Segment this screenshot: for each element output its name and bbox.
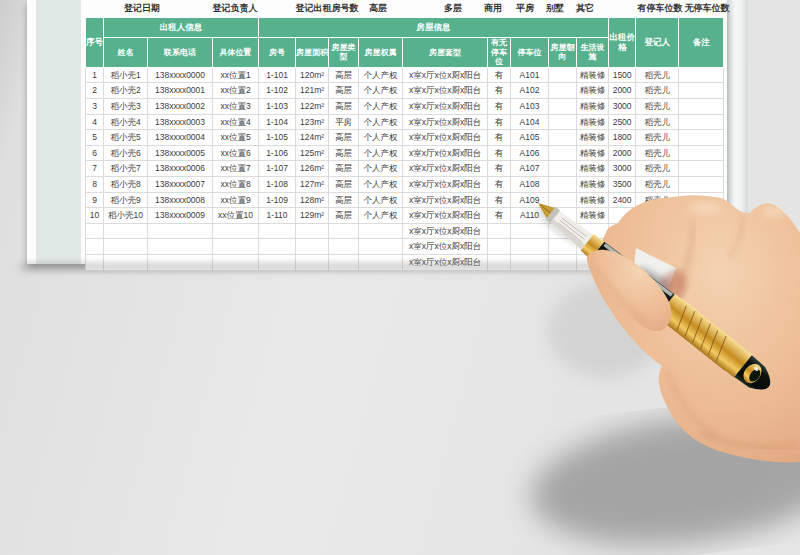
cell-registrant: 稻壳儿 xyxy=(636,161,679,177)
label-register-person: 登记负责人 xyxy=(213,2,258,15)
cell-ownership: 个人产权 xyxy=(359,114,403,130)
table-row: 6稻小壳6138xxxx0005xx位置61-106125m²高层个人产权x室x… xyxy=(86,145,724,161)
cell-area xyxy=(296,239,329,255)
cell-facilities xyxy=(577,223,609,239)
cell-price: 2500 xyxy=(609,114,636,130)
cell-notes xyxy=(679,239,724,255)
cell-has_parking: 有 xyxy=(488,145,511,161)
cell-layout: x室x厅x位x厨x阳台 xyxy=(403,67,488,83)
pen-end-ball xyxy=(747,367,763,384)
cell-name: 稻小壳8 xyxy=(104,176,148,192)
table-body: 1稻小壳1138xxxx0000xx位置11-101120m²高层个人产权x室x… xyxy=(86,67,724,270)
table-row: 9稻小壳9138xxxx0008xx位置91-109128m²高层个人产权x室x… xyxy=(86,192,724,208)
table-row: 5稻小壳5138xxxx0004xx位置51-105124m²高层个人产权x室x… xyxy=(86,130,724,146)
cell-orientation xyxy=(549,176,577,192)
cell-price xyxy=(609,239,636,255)
header-location: 具体位置 xyxy=(213,38,259,68)
cell-ownership: 个人产权 xyxy=(359,98,403,114)
cell-parking_no: A107 xyxy=(511,161,549,177)
cell-area: 123m² xyxy=(296,114,329,130)
cell-ownership: 个人产权 xyxy=(359,161,403,177)
cell-parking_no xyxy=(511,223,549,239)
table-row: x室x厅x位x厨x阳台 xyxy=(86,239,724,255)
cell-facilities: 精装修 xyxy=(577,161,609,177)
pen-band-engraving xyxy=(671,305,733,361)
cell-room_no: 1-104 xyxy=(259,114,296,130)
cell-name: 稻小壳7 xyxy=(104,161,148,177)
cell-area: 128m² xyxy=(296,192,329,208)
cell-name: 稻小壳9 xyxy=(104,192,148,208)
cell-has_parking: 有 xyxy=(488,161,511,177)
cell-orientation xyxy=(549,83,577,99)
cell-phone: 138xxxx0008 xyxy=(148,192,213,208)
cell-layout: x室x厅x位x厨x阳台 xyxy=(403,161,488,177)
cell-ownership: 个人产权 xyxy=(359,130,403,146)
cell-area: 122m² xyxy=(296,98,329,114)
cell-notes xyxy=(679,208,724,224)
table-row: 4稻小壳4138xxxx0003xx位置41-104123m²平房个人产权x室x… xyxy=(86,114,724,130)
cell-registrant: 稻壳儿 xyxy=(636,67,679,83)
label-bungalow: 平房 xyxy=(516,2,534,15)
cell-price xyxy=(609,208,636,224)
cell-notes xyxy=(679,145,724,161)
cell-house_type: 高层 xyxy=(329,161,359,177)
cell-layout: x室x厅x位x厨x阳台 xyxy=(403,114,488,130)
header-renter-info: 出租人信息 xyxy=(104,18,259,38)
cell-parking_no: A104 xyxy=(511,114,549,130)
cell-parking_no: A110 xyxy=(511,208,549,224)
cell-location: xx位置6 xyxy=(213,145,259,161)
header-registrant: 登记人 xyxy=(636,18,679,68)
cell-name xyxy=(104,223,148,239)
header-facilities: 生活设施 xyxy=(577,38,609,68)
cell-area: 126m² xyxy=(296,161,329,177)
cell-phone xyxy=(148,239,213,255)
cell-has_parking xyxy=(488,239,511,255)
cell-phone: 138xxxx0000 xyxy=(148,67,213,83)
pen-band-ring xyxy=(657,294,682,322)
cell-orientation xyxy=(549,239,577,255)
cell-notes xyxy=(679,192,724,208)
header-orientation: 房屋朝向 xyxy=(549,38,577,68)
cell-layout: x室x厅x位x厨x阳台 xyxy=(403,223,488,239)
cell-orientation xyxy=(549,192,577,208)
cell-parking_no: A105 xyxy=(511,130,549,146)
cell-seq: 1 xyxy=(86,67,104,83)
cell-location: xx位置9 xyxy=(213,192,259,208)
cell-orientation xyxy=(549,114,577,130)
cell-price: 3500 xyxy=(609,176,636,192)
cell-has_parking: 有 xyxy=(488,208,511,224)
cell-room_no: 1-105 xyxy=(259,130,296,146)
cell-seq: 2 xyxy=(86,83,104,99)
cell-parking_no xyxy=(511,239,549,255)
cell-house_type: 高层 xyxy=(329,192,359,208)
cell-room_no: 1-110 xyxy=(259,208,296,224)
cell-name: 稻小壳5 xyxy=(104,130,148,146)
label-highrise: 高层 xyxy=(369,2,387,15)
label-commercial: 商用 xyxy=(484,2,502,15)
label-rental-room-count: 登记出租房号数 xyxy=(296,2,359,15)
table-row: 10稻小壳10138xxxx0009xx位置101-110129m²高层个人产权… xyxy=(86,208,724,224)
cell-name xyxy=(104,239,148,255)
cell-ownership: 个人产权 xyxy=(359,208,403,224)
cell-price: 1500 xyxy=(609,67,636,83)
header-phone: 联系电话 xyxy=(148,38,213,68)
cell-house_type: 高层 xyxy=(329,145,359,161)
cell-facilities: 精装修 xyxy=(577,130,609,146)
cell-room_no: 1-108 xyxy=(259,176,296,192)
cell-location: xx位置3 xyxy=(213,98,259,114)
cell-registrant xyxy=(636,208,679,224)
header-name: 姓名 xyxy=(104,38,148,68)
cell-ownership xyxy=(359,239,403,255)
cell-orientation xyxy=(549,130,577,146)
table-row: 1稻小壳1138xxxx0000xx位置11-101120m²高层个人产权x室x… xyxy=(86,67,724,83)
cell-parking_no: A102 xyxy=(511,83,549,99)
cell-orientation xyxy=(549,145,577,161)
cell-seq: 6 xyxy=(86,145,104,161)
table-row: 2稻小壳2138xxxx0001xx位置21-102121m²高层个人产权x室x… xyxy=(86,83,724,99)
cell-notes xyxy=(679,130,724,146)
wrist-crease xyxy=(700,432,796,447)
cell-notes xyxy=(679,98,724,114)
cell-room_no xyxy=(259,239,296,255)
cell-name: 稻小壳1 xyxy=(104,67,148,83)
cell-facilities: 精装修 xyxy=(577,67,609,83)
